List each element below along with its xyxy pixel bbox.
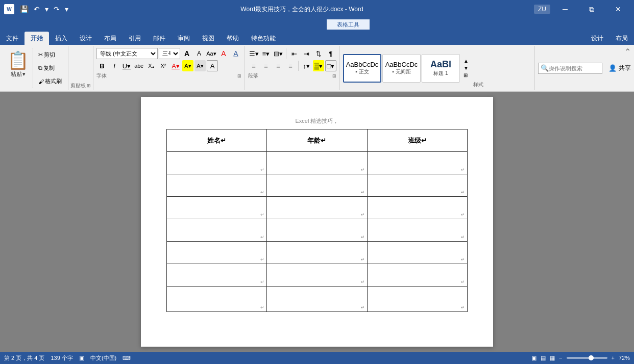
redo-button[interactable]: ↷: [52, 4, 61, 14]
table-cell[interactable]: ↵: [267, 219, 367, 242]
tab-layout[interactable]: 布局: [98, 32, 123, 45]
bullets-button[interactable]: ☰▾: [248, 48, 259, 59]
share-button[interactable]: 👤 共享: [608, 64, 631, 72]
clear-format-button[interactable]: A: [218, 48, 229, 59]
justify-button[interactable]: ≡: [285, 60, 296, 71]
tab-help[interactable]: 帮助: [221, 32, 245, 45]
table-cell[interactable]: ↵: [267, 264, 367, 287]
table-cell[interactable]: ↵: [167, 242, 267, 264]
view-web-icon[interactable]: ▤: [541, 355, 546, 361]
customize-button[interactable]: ▾: [63, 4, 70, 14]
clipboard-expand-icon[interactable]: ⊞: [87, 83, 91, 88]
tab-home[interactable]: 开始: [25, 32, 49, 45]
view-read-icon[interactable]: ▦: [550, 355, 555, 361]
undo-arrow[interactable]: ▾: [43, 4, 50, 14]
tab-references[interactable]: 引用: [123, 32, 147, 45]
align-center-button[interactable]: ≡: [260, 60, 272, 71]
text-effect-button[interactable]: A: [230, 48, 241, 59]
undo-button[interactable]: ↶: [32, 4, 41, 14]
search-box[interactable]: 🔍: [538, 63, 602, 74]
table-cell[interactable]: ↵: [367, 197, 467, 219]
borders-button[interactable]: □▾: [325, 60, 336, 71]
copy-button[interactable]: ⧉复制: [36, 63, 64, 73]
tab-design[interactable]: 设计: [74, 32, 98, 45]
superscript-button[interactable]: X²: [158, 60, 169, 71]
minimize-button[interactable]: ─: [553, 0, 577, 18]
table-cell[interactable]: ↵: [367, 242, 467, 264]
align-right-button[interactable]: ≡: [273, 60, 284, 71]
style-heading1[interactable]: AaBl 标题 1: [422, 54, 460, 83]
numbering-button[interactable]: ≡▾: [260, 48, 272, 59]
cut-button[interactable]: ✂剪切: [36, 50, 64, 60]
table-cell[interactable]: ↵: [367, 152, 467, 174]
zoom-plus-button[interactable]: +: [612, 355, 615, 361]
document-table[interactable]: 姓名↵ 年龄↵ 班级↵ ↵ ↵ ↵ ↵ ↵: [166, 129, 468, 312]
ribbon-collapse-button[interactable]: ⌃: [624, 47, 631, 57]
style-no-space[interactable]: AaBbCcDc ▪ 无间距: [382, 54, 421, 83]
table-cell[interactable]: ↵: [167, 152, 267, 174]
table-cell[interactable]: ↵: [167, 219, 267, 242]
tab-table-layout[interactable]: 布局: [609, 32, 634, 45]
change-case-button[interactable]: Aa▾: [206, 48, 217, 59]
style-expand[interactable]: ⊞: [462, 72, 470, 79]
table-cell[interactable]: ↵: [267, 152, 367, 174]
font-shrink-button[interactable]: A: [193, 48, 205, 59]
search-input[interactable]: [549, 65, 600, 71]
tab-view[interactable]: 视图: [196, 32, 221, 45]
sort-button[interactable]: ⇅: [313, 48, 324, 59]
subscript-button[interactable]: X₂: [145, 60, 157, 71]
tab-review[interactable]: 审阅: [172, 32, 196, 45]
header-cell-age[interactable]: 年龄↵: [267, 129, 367, 152]
zoom-minus-button[interactable]: −: [559, 355, 562, 361]
shading-button[interactable]: ▒▾: [313, 60, 324, 71]
highlight-button[interactable]: A▾: [182, 60, 193, 71]
font-size-select[interactable]: 三号: [159, 48, 180, 59]
align-left-button[interactable]: ≡: [248, 60, 259, 71]
language[interactable]: 中文(中国): [90, 354, 116, 362]
font-grow-button[interactable]: A: [181, 48, 192, 59]
header-cell-name[interactable]: 姓名↵: [167, 129, 267, 152]
table-cell[interactable]: ↵: [167, 197, 267, 219]
table-cell[interactable]: ↵: [267, 174, 367, 197]
table-cell[interactable]: ↵: [167, 174, 267, 197]
style-scroll-down[interactable]: ▼: [462, 65, 470, 71]
format-painter-button[interactable]: 🖌格式刷: [36, 76, 64, 86]
show-marks-button[interactable]: ¶: [325, 48, 336, 59]
char-border-button[interactable]: A: [207, 60, 218, 71]
table-cell[interactable]: ↵: [267, 242, 367, 264]
restore-button[interactable]: ⧉: [580, 0, 603, 18]
bold-button[interactable]: B: [96, 60, 108, 71]
increase-indent-button[interactable]: ⇥: [301, 48, 312, 59]
tab-table-design[interactable]: 设计: [585, 32, 609, 45]
tab-special[interactable]: 特色功能: [245, 32, 282, 45]
table-cell[interactable]: ↵: [267, 287, 367, 312]
style-normal[interactable]: AaBbCcDc ▪ 正文: [343, 54, 381, 83]
save-button[interactable]: 💾: [18, 4, 30, 14]
header-cell-class[interactable]: 班级↵: [367, 129, 467, 152]
multilevel-list-button[interactable]: ⊟▾: [273, 48, 284, 59]
table-cell[interactable]: ↵: [167, 264, 267, 287]
italic-button[interactable]: I: [109, 60, 120, 71]
view-print-icon[interactable]: ▣: [531, 355, 537, 361]
tab-mailings[interactable]: 邮件: [147, 32, 172, 45]
char-shading-button[interactable]: A▾: [194, 60, 206, 71]
decrease-indent-button[interactable]: ⇤: [288, 48, 300, 59]
font-family-select[interactable]: 等线 (中文正文: [96, 48, 158, 59]
paragraph-group-expand[interactable]: ⊞: [332, 73, 336, 79]
table-cell[interactable]: ↵: [267, 197, 367, 219]
underline-button[interactable]: U▾: [121, 60, 132, 71]
strikethrough-button[interactable]: abc: [133, 60, 144, 71]
style-scroll-up[interactable]: ▲: [462, 58, 470, 64]
zoom-level[interactable]: 72%: [619, 355, 630, 361]
paste-button[interactable]: 📋 粘贴▾: [3, 48, 33, 88]
table-cell[interactable]: ↵: [367, 219, 467, 242]
layout-icon[interactable]: ▣: [79, 355, 84, 361]
tab-insert[interactable]: 插入: [49, 32, 74, 45]
table-cell[interactable]: ↵: [367, 174, 467, 197]
font-group-expand[interactable]: ⊞: [237, 73, 241, 79]
close-button[interactable]: ✕: [606, 0, 630, 18]
line-spacing-button[interactable]: ↕▾: [301, 60, 312, 71]
table-cell[interactable]: ↵: [367, 287, 467, 312]
zoom-slider[interactable]: [567, 357, 607, 359]
document-area[interactable]: Excel 精选技巧， 姓名↵ 年龄↵ 班级↵ ↵: [0, 92, 634, 352]
